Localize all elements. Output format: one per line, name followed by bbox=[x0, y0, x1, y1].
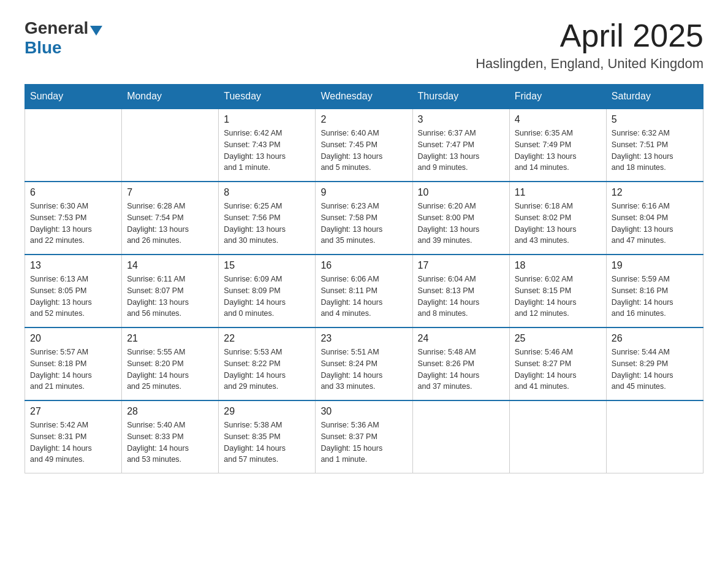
day-info: Sunrise: 6:28 AM Sunset: 7:54 PM Dayligh… bbox=[127, 201, 213, 247]
day-number: 10 bbox=[418, 187, 504, 198]
day-info: Sunrise: 5:36 AM Sunset: 8:37 PM Dayligh… bbox=[320, 419, 407, 465]
day-info: Sunrise: 6:32 AM Sunset: 7:51 PM Dayligh… bbox=[612, 128, 698, 174]
calendar-cell: 3Sunrise: 6:37 AM Sunset: 7:47 PM Daylig… bbox=[412, 109, 509, 182]
day-number: 2 bbox=[320, 114, 407, 125]
day-of-week-header: Thursday bbox=[412, 85, 509, 109]
day-number: 18 bbox=[515, 260, 601, 271]
day-of-week-header: Saturday bbox=[606, 85, 703, 109]
calendar-cell: 30Sunrise: 5:36 AM Sunset: 8:37 PM Dayli… bbox=[316, 400, 412, 473]
day-number: 22 bbox=[224, 333, 310, 344]
day-info: Sunrise: 6:23 AM Sunset: 7:58 PM Dayligh… bbox=[320, 201, 407, 247]
calendar-cell: 4Sunrise: 6:35 AM Sunset: 7:49 PM Daylig… bbox=[509, 109, 606, 182]
title-area: April 2025 Haslingden, England, United K… bbox=[476, 18, 703, 72]
calendar-cell: 12Sunrise: 6:16 AM Sunset: 8:04 PM Dayli… bbox=[606, 182, 703, 255]
location-subtitle: Haslingden, England, United Kingdom bbox=[476, 56, 703, 72]
day-of-week-header: Wednesday bbox=[316, 85, 412, 109]
calendar-cell: 25Sunrise: 5:46 AM Sunset: 8:27 PM Dayli… bbox=[509, 327, 606, 400]
day-number: 6 bbox=[30, 187, 116, 198]
day-number: 25 bbox=[515, 333, 601, 344]
calendar-cell: 10Sunrise: 6:20 AM Sunset: 8:00 PM Dayli… bbox=[412, 182, 509, 255]
calendar-cell: 8Sunrise: 6:25 AM Sunset: 7:56 PM Daylig… bbox=[219, 182, 316, 255]
day-info: Sunrise: 6:42 AM Sunset: 7:43 PM Dayligh… bbox=[224, 128, 310, 174]
logo-blue-text: Blue bbox=[25, 38, 62, 57]
day-info: Sunrise: 5:44 AM Sunset: 8:29 PM Dayligh… bbox=[612, 347, 698, 393]
day-info: Sunrise: 6:35 AM Sunset: 7:49 PM Dayligh… bbox=[515, 128, 601, 174]
calendar-cell: 14Sunrise: 6:11 AM Sunset: 8:07 PM Dayli… bbox=[122, 255, 219, 327]
day-number: 3 bbox=[418, 114, 504, 125]
day-number: 16 bbox=[320, 260, 407, 271]
logo-triangle-icon bbox=[90, 26, 102, 36]
calendar-week-row: 27Sunrise: 5:42 AM Sunset: 8:31 PM Dayli… bbox=[25, 400, 703, 473]
calendar-cell: 21Sunrise: 5:55 AM Sunset: 8:20 PM Dayli… bbox=[122, 327, 219, 400]
day-of-week-header: Sunday bbox=[25, 85, 122, 109]
day-info: Sunrise: 6:09 AM Sunset: 8:09 PM Dayligh… bbox=[224, 274, 310, 320]
day-number: 1 bbox=[224, 114, 310, 125]
calendar-cell: 7Sunrise: 6:28 AM Sunset: 7:54 PM Daylig… bbox=[122, 182, 219, 255]
day-info: Sunrise: 5:51 AM Sunset: 8:24 PM Dayligh… bbox=[320, 347, 407, 393]
calendar-cell: 29Sunrise: 5:38 AM Sunset: 8:35 PM Dayli… bbox=[219, 400, 316, 473]
calendar-header-row: SundayMondayTuesdayWednesdayThursdayFrid… bbox=[25, 85, 703, 109]
calendar-cell: 1Sunrise: 6:42 AM Sunset: 7:43 PM Daylig… bbox=[219, 109, 316, 182]
day-info: Sunrise: 5:53 AM Sunset: 8:22 PM Dayligh… bbox=[224, 347, 310, 393]
calendar-cell bbox=[122, 109, 219, 182]
day-number: 19 bbox=[612, 260, 698, 271]
day-info: Sunrise: 6:20 AM Sunset: 8:00 PM Dayligh… bbox=[418, 201, 504, 247]
calendar-cell bbox=[606, 400, 703, 473]
day-number: 24 bbox=[418, 333, 504, 344]
day-info: Sunrise: 5:48 AM Sunset: 8:26 PM Dayligh… bbox=[418, 347, 504, 393]
day-info: Sunrise: 6:16 AM Sunset: 8:04 PM Dayligh… bbox=[612, 201, 698, 247]
day-info: Sunrise: 6:37 AM Sunset: 7:47 PM Dayligh… bbox=[418, 128, 504, 174]
day-number: 26 bbox=[612, 333, 698, 344]
calendar-cell: 28Sunrise: 5:40 AM Sunset: 8:33 PM Dayli… bbox=[122, 400, 219, 473]
calendar-cell: 16Sunrise: 6:06 AM Sunset: 8:11 PM Dayli… bbox=[316, 255, 412, 327]
calendar-cell: 22Sunrise: 5:53 AM Sunset: 8:22 PM Dayli… bbox=[219, 327, 316, 400]
calendar-cell: 26Sunrise: 5:44 AM Sunset: 8:29 PM Dayli… bbox=[606, 327, 703, 400]
calendar-cell: 6Sunrise: 6:30 AM Sunset: 7:53 PM Daylig… bbox=[25, 182, 122, 255]
day-number: 29 bbox=[224, 406, 310, 417]
day-info: Sunrise: 6:40 AM Sunset: 7:45 PM Dayligh… bbox=[320, 128, 407, 174]
day-number: 27 bbox=[30, 406, 116, 417]
day-info: Sunrise: 6:13 AM Sunset: 8:05 PM Dayligh… bbox=[30, 274, 116, 320]
day-info: Sunrise: 5:59 AM Sunset: 8:16 PM Dayligh… bbox=[612, 274, 698, 320]
calendar-week-row: 1Sunrise: 6:42 AM Sunset: 7:43 PM Daylig… bbox=[25, 109, 703, 182]
day-number: 15 bbox=[224, 260, 310, 271]
day-info: Sunrise: 5:57 AM Sunset: 8:18 PM Dayligh… bbox=[30, 347, 116, 393]
page-header: General Blue April 2025 Haslingden, Engl… bbox=[25, 18, 703, 72]
calendar-week-row: 20Sunrise: 5:57 AM Sunset: 8:18 PM Dayli… bbox=[25, 327, 703, 400]
day-info: Sunrise: 6:18 AM Sunset: 8:02 PM Dayligh… bbox=[515, 201, 601, 247]
day-number: 8 bbox=[224, 187, 310, 198]
calendar-cell: 27Sunrise: 5:42 AM Sunset: 8:31 PM Dayli… bbox=[25, 400, 122, 473]
calendar-cell bbox=[509, 400, 606, 473]
calendar-cell: 5Sunrise: 6:32 AM Sunset: 7:51 PM Daylig… bbox=[606, 109, 703, 182]
calendar-cell: 24Sunrise: 5:48 AM Sunset: 8:26 PM Dayli… bbox=[412, 327, 509, 400]
day-number: 17 bbox=[418, 260, 504, 271]
day-number: 13 bbox=[30, 260, 116, 271]
day-number: 20 bbox=[30, 333, 116, 344]
day-number: 11 bbox=[515, 187, 601, 198]
day-info: Sunrise: 6:04 AM Sunset: 8:13 PM Dayligh… bbox=[418, 274, 504, 320]
calendar-cell: 15Sunrise: 6:09 AM Sunset: 8:09 PM Dayli… bbox=[219, 255, 316, 327]
calendar-cell: 20Sunrise: 5:57 AM Sunset: 8:18 PM Dayli… bbox=[25, 327, 122, 400]
day-number: 14 bbox=[127, 260, 213, 271]
calendar-cell: 19Sunrise: 5:59 AM Sunset: 8:16 PM Dayli… bbox=[606, 255, 703, 327]
logo-general-text: General bbox=[25, 18, 88, 38]
day-number: 12 bbox=[612, 187, 698, 198]
day-number: 28 bbox=[127, 406, 213, 417]
month-title: April 2025 bbox=[476, 18, 703, 53]
day-number: 30 bbox=[320, 406, 407, 417]
day-number: 9 bbox=[320, 187, 407, 198]
day-info: Sunrise: 6:02 AM Sunset: 8:15 PM Dayligh… bbox=[515, 274, 601, 320]
calendar-cell bbox=[25, 109, 122, 182]
calendar-week-row: 13Sunrise: 6:13 AM Sunset: 8:05 PM Dayli… bbox=[25, 255, 703, 327]
day-number: 21 bbox=[127, 333, 213, 344]
day-number: 23 bbox=[320, 333, 407, 344]
day-info: Sunrise: 5:38 AM Sunset: 8:35 PM Dayligh… bbox=[224, 419, 310, 465]
day-of-week-header: Monday bbox=[122, 85, 219, 109]
day-number: 4 bbox=[515, 114, 601, 125]
day-info: Sunrise: 6:25 AM Sunset: 7:56 PM Dayligh… bbox=[224, 201, 310, 247]
calendar-table: SundayMondayTuesdayWednesdayThursdayFrid… bbox=[25, 84, 703, 473]
calendar-cell: 2Sunrise: 6:40 AM Sunset: 7:45 PM Daylig… bbox=[316, 109, 412, 182]
day-of-week-header: Friday bbox=[509, 85, 606, 109]
day-info: Sunrise: 5:40 AM Sunset: 8:33 PM Dayligh… bbox=[127, 419, 213, 465]
day-info: Sunrise: 6:30 AM Sunset: 7:53 PM Dayligh… bbox=[30, 201, 116, 247]
